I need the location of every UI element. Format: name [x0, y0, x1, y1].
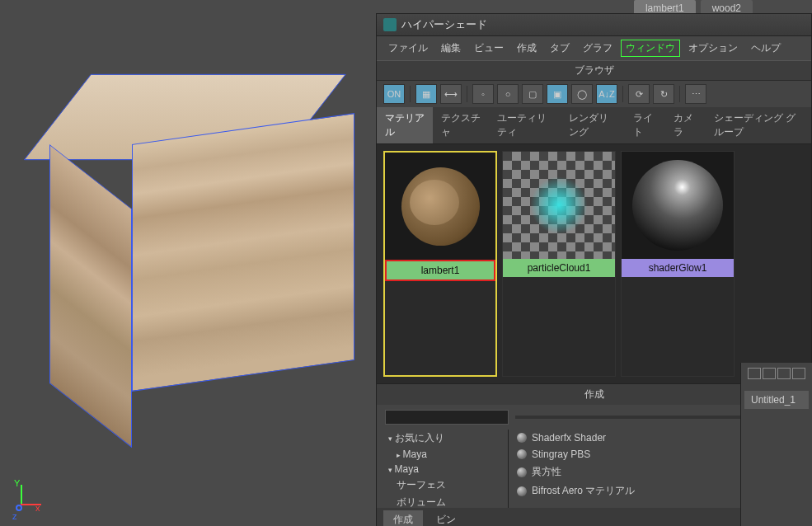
browser-section-label: ブラウザ	[377, 60, 811, 81]
bottom-tab-create[interactable]: 作成	[383, 510, 423, 526]
material-label: particleCloud1	[503, 259, 615, 277]
material-lambert1[interactable]: lambert1	[383, 151, 497, 377]
menu-view[interactable]: ビュー	[469, 40, 509, 57]
tool-sort[interactable]: A↓Z	[596, 84, 617, 104]
tab-light[interactable]: ライト	[625, 107, 665, 143]
shader-sphere-icon	[632, 160, 723, 251]
separator-icon	[622, 86, 623, 102]
menu-help[interactable]: ヘルプ	[746, 40, 786, 57]
bottom-tab-bin[interactable]: ビン	[426, 510, 466, 526]
separator-icon	[410, 86, 411, 102]
tool-link-icon[interactable]: ⟷	[440, 84, 462, 104]
material-grid: lambert1 particleCloud1 shaderGlow1	[377, 144, 811, 383]
tool-small-icon[interactable]: ◦	[472, 84, 494, 104]
tool-refresh-icon[interactable]: ↻	[653, 84, 674, 104]
tab-utility[interactable]: ユーティリティ	[489, 107, 561, 143]
menu-edit[interactable]: 編集	[436, 40, 466, 57]
window-title: ハイパーシェード	[401, 17, 487, 32]
material-particlecloud1[interactable]: particleCloud1	[502, 151, 616, 377]
material-label: shaderGlow1	[622, 259, 734, 277]
axis-z	[16, 505, 22, 511]
hypershade-icon	[383, 18, 397, 31]
sphere-icon	[517, 467, 527, 477]
cube-face-left	[49, 144, 132, 448]
menu-graph[interactable]: グラフ	[578, 40, 617, 57]
tool-circle-icon[interactable]: ◯	[571, 84, 593, 104]
tool-more-icon[interactable]: ⋯	[685, 84, 706, 104]
tool-med-icon[interactable]: ○	[497, 84, 519, 104]
shader-label: Shaderfx Shader	[532, 432, 606, 444]
menu-options[interactable]: オプション	[683, 40, 743, 57]
menubar: ファイル 編集 ビュー 作成 タブ グラフ ウィンドウ オプション ヘルプ	[377, 36, 811, 60]
tool-grid-icon[interactable]: ▦	[415, 84, 437, 104]
category-tree: お気に入り Maya Maya サーフェス ボリューム ディスプレイスメント	[377, 430, 509, 508]
shader-label: Bifrost Aero マテリアル	[532, 484, 635, 498]
right-panel-strip: Untitled_1	[740, 363, 812, 526]
tree-volume[interactable]: ボリューム	[377, 494, 508, 508]
layout-icon-1[interactable]	[748, 368, 761, 379]
titlebar[interactable]: ハイパーシェード	[377, 14, 811, 36]
cube-mesh[interactable]	[49, 74, 363, 404]
tree-favorites[interactable]: お気に入り	[377, 430, 508, 447]
create-header-label: 作成	[584, 388, 604, 400]
separator-icon	[467, 86, 467, 102]
toolbar: ON ▦ ⟷ ◦ ○ ▢ ▣ ◯ A↓Z ⟳ ↻ ⋯	[377, 81, 811, 107]
wood-sphere-icon	[401, 167, 480, 246]
tab-rendering[interactable]: レンダリング	[561, 107, 625, 143]
material-shaderglow1[interactable]: shaderGlow1	[621, 151, 735, 377]
menu-create[interactable]: 作成	[512, 40, 542, 57]
layout-icon-4[interactable]	[792, 368, 805, 379]
separator-icon	[679, 86, 680, 102]
tool-square-icon[interactable]: ▢	[522, 84, 543, 104]
shader-label: Stingray PBS	[532, 449, 590, 460]
tab-shading-group[interactable]: シェーディング グループ	[706, 107, 811, 143]
tree-maya-root[interactable]: Maya	[377, 447, 508, 462]
sphere-icon	[517, 449, 527, 459]
tab-texture[interactable]: テクスチャ	[433, 107, 489, 143]
menu-window[interactable]: ウィンドウ	[621, 40, 680, 57]
tab-untitled[interactable]: Untitled_1	[744, 391, 809, 409]
browser-tabs: マテリアル テクスチャ ユーティリティ レンダリング ライト カメラ シェーディ…	[377, 107, 811, 144]
viewport-3d[interactable]: Y x z	[0, 0, 375, 526]
axis-y	[21, 485, 22, 505]
material-preview	[385, 153, 495, 260]
material-preview	[503, 152, 615, 259]
menu-file[interactable]: ファイル	[383, 40, 433, 57]
tool-large-icon[interactable]: ▣	[547, 84, 568, 104]
tree-surface[interactable]: サーフェス	[377, 477, 508, 494]
axis-y-label: Y	[14, 478, 20, 488]
tool-on[interactable]: ON	[383, 84, 405, 104]
layout-icon-3[interactable]	[777, 368, 791, 379]
cube-face-front	[132, 113, 354, 392]
shader-label: 異方性	[532, 465, 561, 479]
axis-z-label: z	[12, 511, 17, 521]
axis-x-label: x	[35, 503, 40, 513]
tab-material[interactable]: マテリアル	[377, 107, 433, 143]
sphere-icon	[517, 486, 527, 496]
tool-sync-icon[interactable]: ⟳	[628, 84, 650, 104]
search-input[interactable]	[385, 410, 509, 425]
tab-camera[interactable]: カメラ	[665, 107, 706, 143]
glow-icon	[530, 176, 588, 234]
tree-maya[interactable]: Maya	[377, 462, 508, 477]
menu-tab[interactable]: タブ	[545, 40, 575, 57]
axis-gizmo[interactable]: Y x z	[12, 485, 45, 518]
sphere-icon	[517, 433, 527, 443]
right-panel-icons	[741, 363, 812, 384]
material-preview	[622, 152, 734, 259]
layout-icon-2[interactable]	[763, 368, 776, 379]
material-label: lambert1	[385, 260, 495, 281]
